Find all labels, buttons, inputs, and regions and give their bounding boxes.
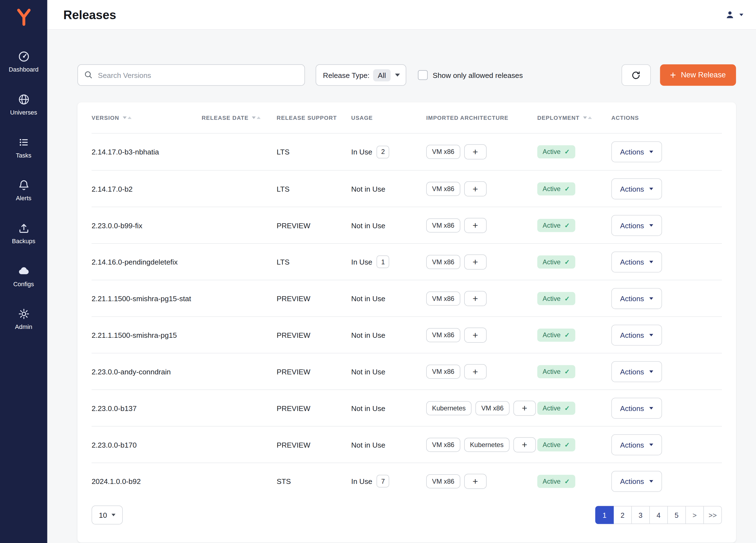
sort-up-icon (588, 116, 592, 119)
actions-dropdown-button[interactable]: Actions (611, 178, 662, 199)
sidebar-item-admin[interactable]: Admin (0, 297, 47, 340)
column-label: RELEASE SUPPORT (277, 115, 337, 121)
new-release-label: New Release (681, 71, 726, 80)
tasks-icon (17, 136, 30, 149)
deployment-status-label: Active (543, 295, 561, 302)
pagination-pages: 12345>>> (595, 506, 722, 524)
table-row: 2.23.0.0-andy-conndrainPREVIEWNot in Use… (91, 353, 722, 390)
sidebar-item-alerts[interactable]: Alerts (0, 169, 47, 211)
architecture-cell: VM x86+ (426, 254, 537, 269)
actions-label: Actions (620, 148, 644, 156)
version-cell: 2.23.0.0-b99-fix (91, 221, 201, 229)
check-icon: ✓ (565, 148, 570, 155)
sidebar-item-dashboard[interactable]: Dashboard (0, 40, 47, 83)
last-page-button[interactable]: >> (703, 506, 722, 524)
check-icon: ✓ (565, 295, 570, 302)
new-release-button[interactable]: + New Release (660, 64, 736, 86)
actions-dropdown-button[interactable]: Actions (611, 397, 662, 419)
app-window: DashboardUniversesTasksAlertsBackupsConf… (0, 0, 756, 543)
check-icon: ✓ (565, 368, 570, 375)
version-cell: 2.21.1.1500-smishra-pg15 (91, 331, 201, 339)
usage-cell: Not in Use (351, 184, 426, 193)
page-button-1[interactable]: 1 (595, 506, 614, 524)
page-size-value: 10 (99, 511, 107, 519)
actions-dropdown-button[interactable]: Actions (611, 215, 662, 236)
release-support-cell: PREVIEW (277, 331, 351, 339)
page-button-4[interactable]: 4 (649, 506, 668, 524)
architecture-chip: Kubernetes (426, 401, 472, 415)
user-icon (725, 9, 735, 20)
user-menu[interactable] (725, 9, 743, 20)
add-architecture-button[interactable]: + (464, 327, 487, 342)
usage-label: Not in Use (351, 404, 385, 412)
actions-cell: Actions (611, 288, 722, 309)
top-bar: Releases (47, 0, 756, 29)
usage-count-badge: 7 (377, 475, 389, 488)
sort-icon[interactable] (122, 116, 131, 119)
sidebar-item-label: Admin (15, 323, 32, 330)
sidebar-item-configs[interactable]: Configs (0, 254, 47, 298)
check-icon: ✓ (565, 441, 570, 448)
architecture-chip: VM x86 (426, 438, 460, 452)
version-cell: 2.23.0.0-b137 (91, 404, 201, 412)
chevron-down-icon (739, 13, 743, 16)
column-label: IMPORTED ARCHITECTURE (426, 115, 509, 121)
usage-label: Not in Use (351, 440, 385, 449)
show-allowed-checkbox[interactable] (418, 70, 428, 80)
usage-label: Not in Use (351, 294, 385, 303)
actions-label: Actions (620, 257, 644, 266)
release-type-dropdown[interactable]: Release Type: All (316, 64, 406, 86)
deployment-status-label: Active (543, 478, 561, 485)
version-cell: 2.14.17.0-b2 (91, 184, 201, 193)
add-architecture-button[interactable]: + (513, 437, 536, 452)
sort-icon[interactable] (252, 116, 261, 119)
actions-dropdown-button[interactable]: Actions (611, 288, 662, 309)
chevron-down-icon (649, 444, 653, 446)
add-architecture-button[interactable]: + (464, 144, 487, 159)
yugabyte-logo[interactable] (12, 6, 35, 28)
deployment-cell: Active✓ (537, 328, 611, 342)
sidebar-item-backups[interactable]: Backups (0, 211, 47, 254)
add-architecture-button[interactable]: + (513, 401, 536, 416)
sidebar-item-universes[interactable]: Universes (0, 83, 47, 126)
deployment-status-badge: Active✓ (537, 145, 575, 158)
chevron-down-icon (649, 224, 653, 226)
sidebar-item-tasks[interactable]: Tasks (0, 126, 47, 169)
deployment-cell: Active✓ (537, 145, 611, 158)
actions-dropdown-button[interactable]: Actions (611, 434, 662, 455)
refresh-button[interactable] (621, 64, 650, 86)
usage-cell: Not in Use (351, 367, 426, 376)
actions-dropdown-button[interactable]: Actions (611, 361, 662, 382)
actions-cell: Actions (611, 215, 722, 236)
chevron-down-icon (649, 407, 653, 409)
actions-cell: Actions (611, 471, 722, 492)
sort-icon[interactable] (583, 116, 592, 119)
next-page-button[interactable]: > (685, 506, 704, 524)
check-icon: ✓ (565, 404, 570, 412)
architecture-chip: Kubernetes (464, 438, 510, 452)
actions-dropdown-button[interactable]: Actions (611, 471, 662, 492)
architecture-chip: VM x86 (426, 328, 460, 342)
column-header: IMPORTED ARCHITECTURE (426, 115, 537, 121)
add-architecture-button[interactable]: + (464, 254, 487, 269)
add-architecture-button[interactable]: + (464, 218, 487, 233)
table-row: 2.23.0.0-b170PREVIEWNot in UseVM x86Kube… (91, 426, 722, 463)
add-architecture-button[interactable]: + (464, 181, 487, 196)
deployment-cell: Active✓ (537, 182, 611, 195)
main-content: Release Type: All Show only allowed rele… (47, 29, 756, 543)
deployment-cell: Active✓ (537, 438, 611, 451)
add-architecture-button[interactable]: + (464, 474, 487, 489)
actions-dropdown-button[interactable]: Actions (611, 325, 662, 346)
page-button-5[interactable]: 5 (667, 506, 686, 524)
add-architecture-button[interactable]: + (464, 291, 487, 306)
architecture-cell: VM x86+ (426, 291, 537, 306)
page-size-select[interactable]: 10 (91, 506, 122, 525)
chevron-down-icon (649, 187, 653, 190)
page-button-3[interactable]: 3 (631, 506, 650, 524)
page-button-2[interactable]: 2 (613, 506, 632, 524)
search-input[interactable] (77, 64, 305, 86)
actions-dropdown-button[interactable]: Actions (611, 251, 662, 272)
architecture-cell: VM x86+ (426, 144, 537, 159)
actions-dropdown-button[interactable]: Actions (611, 141, 662, 162)
add-architecture-button[interactable]: + (464, 364, 487, 379)
